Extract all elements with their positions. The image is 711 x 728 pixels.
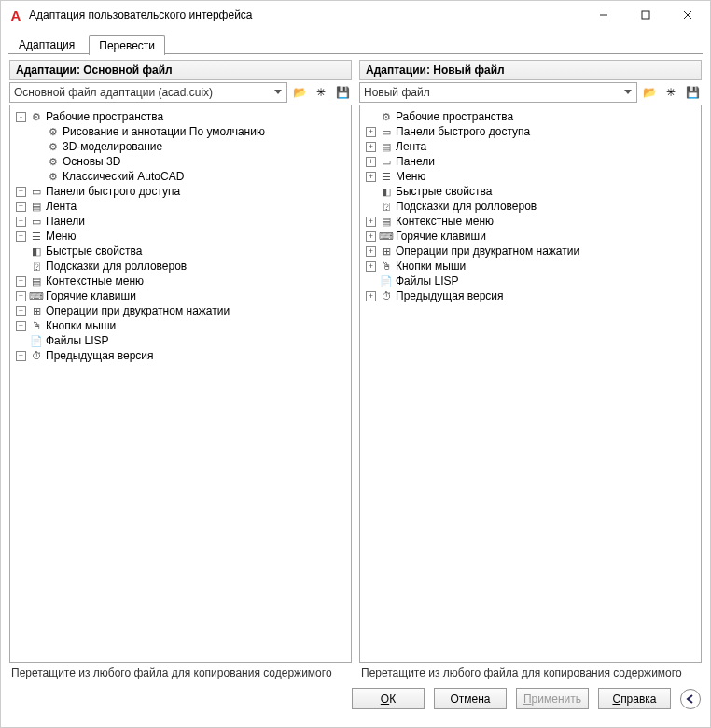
open-folder-icon: 📂 [293, 86, 307, 99]
tab-adapt[interactable]: Адаптация [8, 35, 85, 54]
tree-node-label: Быстрые свойства [46, 244, 142, 259]
tree-expander[interactable]: + [16, 187, 26, 197]
tree-expander[interactable]: + [366, 291, 376, 301]
left-combo-value: Основной файл адаптации (acad.cuix) [10, 86, 270, 99]
tree-node[interactable]: +▭Панели быстрого доступа [10, 184, 351, 199]
tree-node-label: Контекстные меню [46, 273, 144, 288]
tree-node-label: Меню [46, 229, 76, 244]
tree-expander[interactable]: + [366, 142, 376, 152]
tree-node[interactable]: +⚙3D-моделирование [10, 139, 351, 154]
left-new-button[interactable]: ✳ [312, 83, 330, 102]
tree-expander[interactable]: + [16, 321, 26, 331]
tree-expander[interactable]: + [366, 246, 376, 257]
tree-node-label: Горячие клавиши [46, 288, 136, 303]
tree-node[interactable]: -⚙Рабочие пространства [10, 109, 351, 124]
cancel-button[interactable]: Отмена [434, 688, 507, 709]
tree-node[interactable]: +▤Контекстные меню [360, 214, 701, 229]
tree-expander[interactable]: + [366, 127, 376, 137]
tab-translate[interactable]: Перевести [89, 35, 165, 55]
tree-node[interactable]: +▭Панели [360, 154, 701, 169]
tree-node[interactable]: +⍰Подсказки для ролловеров [10, 259, 351, 273]
tree-node[interactable]: +⚙Основы 3D [10, 154, 351, 169]
tree-node[interactable]: +☰Меню [360, 169, 701, 184]
apply-button[interactable]: Применить [516, 688, 589, 709]
svg-marker-4 [274, 90, 282, 94]
tree-expander[interactable]: + [16, 202, 26, 212]
maximize-button[interactable] [624, 2, 666, 28]
tree-node[interactable]: +⚙Рабочие пространства [360, 109, 701, 124]
tree-node[interactable]: +⌨Горячие клавиши [360, 229, 701, 244]
tree-node[interactable]: +📄Файлы LISP [10, 333, 351, 348]
tree-expander[interactable]: + [366, 172, 376, 182]
tree-node[interactable]: +⏱Предыдущая версия [10, 348, 351, 363]
left-combo[interactable]: Основной файл адаптации (acad.cuix) [9, 82, 287, 103]
tree-node[interactable]: +⏱Предыдущая версия [360, 288, 701, 303]
tree-node[interactable]: +▭Панели быстрого доступа [360, 124, 701, 139]
tree-node[interactable]: +🖱Кнопки мыши [360, 259, 701, 273]
tree-expander[interactable]: + [366, 231, 376, 242]
workspace-icon: ⚙ [46, 139, 61, 154]
right-combo[interactable]: Новый файл [359, 82, 637, 103]
tree-node[interactable]: +⌨Горячие клавиши [10, 288, 351, 303]
right-tree[interactable]: +⚙Рабочие пространства+▭Панели быстрого … [359, 105, 702, 663]
tree-node[interactable]: +▤Контекстные меню [10, 273, 351, 288]
left-tree[interactable]: -⚙Рабочие пространства+⚙Рисование и анно… [9, 105, 352, 663]
tree-expander[interactable]: + [16, 306, 26, 316]
tree-node[interactable]: +▤Лента [10, 199, 351, 214]
menu-icon: ☰ [379, 169, 394, 184]
minimize-button[interactable] [582, 2, 624, 28]
right-open-button[interactable]: 📂 [640, 83, 659, 102]
right-combo-dropdown[interactable] [620, 90, 636, 95]
dblclick-icon: ⊞ [29, 303, 44, 318]
panel-icon: ▭ [29, 184, 44, 199]
tree-node[interactable]: +☰Меню [10, 229, 351, 244]
tree-expander[interactable]: + [366, 217, 376, 227]
chevron-down-icon [624, 90, 632, 95]
left-pane: Адаптации: Основной файл Основной файл а… [8, 59, 353, 680]
left-open-button[interactable]: 📂 [290, 83, 309, 102]
ok-button[interactable]: ОК [352, 688, 425, 709]
tree-expander[interactable]: + [16, 291, 26, 301]
tree-expander[interactable]: + [16, 276, 26, 287]
tree-expander[interactable]: + [366, 157, 376, 167]
tree-expander[interactable]: - [16, 112, 26, 122]
tree-node-label: Панели [46, 214, 85, 229]
right-save-button[interactable]: 💾 [683, 83, 702, 102]
workspace-icon: ⚙ [46, 124, 61, 139]
tree-expander[interactable]: + [16, 217, 26, 227]
tree-node-label: Контекстные меню [396, 214, 494, 229]
tree-expander[interactable]: + [16, 231, 26, 242]
tree-node-label: Подсказки для ролловеров [46, 259, 187, 273]
tree-node[interactable]: +📄Файлы LISP [360, 273, 701, 288]
tree-node[interactable]: +⊞Операции при двукратном нажатии [360, 244, 701, 259]
close-icon [683, 10, 692, 20]
close-button[interactable] [666, 2, 708, 28]
panel-icon: ▭ [29, 214, 44, 229]
dialog-buttons: ОК Отмена Применить Справка [1, 680, 710, 717]
maximize-icon [641, 10, 650, 20]
tree-node[interactable]: +▭Панели [10, 214, 351, 229]
left-save-button[interactable]: 💾 [333, 83, 352, 102]
tree-node[interactable]: +◧Быстрые свойства [10, 244, 351, 259]
tree-node[interactable]: +▤Лента [360, 139, 701, 154]
tree-expander[interactable]: + [366, 261, 376, 272]
tree-node-label: Операции при двукратном нажатии [396, 244, 579, 259]
right-combo-row: Новый файл 📂 ✳ 💾 [359, 82, 702, 103]
tree-node[interactable]: +⊞Операции при двукратном нажатии [10, 303, 351, 318]
help-button[interactable]: Справка [598, 688, 671, 709]
open-folder-icon: 📂 [643, 86, 657, 99]
tree-node[interactable]: +⍰Подсказки для ролловеров [360, 199, 701, 214]
tree-node[interactable]: +◧Быстрые свойства [360, 184, 701, 199]
right-new-button[interactable]: ✳ [662, 83, 680, 102]
tree-node[interactable]: +⚙Рисование и аннотации По умолчанию [10, 124, 351, 139]
tree-node[interactable]: +⚙Классический AutoCAD [10, 169, 351, 184]
menu-icon: ☰ [29, 229, 44, 244]
hotkey-icon: ⌨ [29, 288, 44, 303]
tree-node-label: Кнопки мыши [46, 318, 116, 333]
left-combo-dropdown[interactable] [270, 90, 286, 95]
tree-expander[interactable]: + [16, 351, 26, 361]
ok-label: О [381, 693, 389, 706]
right-pane: Адаптации: Новый файл Новый файл 📂 ✳ 💾 +… [358, 59, 703, 680]
tree-node[interactable]: +🖱Кнопки мыши [10, 318, 351, 333]
back-button[interactable] [680, 689, 701, 709]
